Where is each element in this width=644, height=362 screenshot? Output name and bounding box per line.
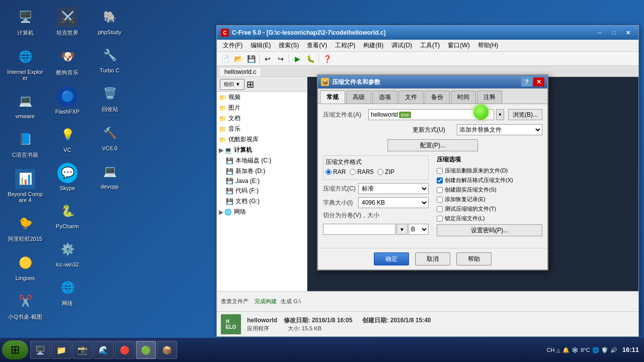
desktop-icon-tank[interactable]: ⚔️ 坦克世界: [47, 5, 88, 39]
cancel-button[interactable]: 取消: [415, 252, 450, 265]
minimize-button[interactable]: ─: [593, 28, 606, 38]
menu-file[interactable]: 文件(F): [219, 40, 247, 51]
menu-tools[interactable]: 工具(T): [416, 40, 444, 51]
desktop-icon-xiaoshu[interactable]: ✂️ 小Q书桌-截图: [5, 289, 45, 323]
desktop-icon-recycle[interactable]: 🗑️ 回收站: [90, 81, 130, 115]
desktop-icon-pycharm[interactable]: 🐍 PyCharm: [47, 199, 88, 231]
unit-select[interactable]: B: [409, 224, 429, 235]
taskbar-item-5[interactable]: 🟢: [136, 341, 156, 359]
dialog-close-btn[interactable]: ✕: [533, 77, 544, 86]
tree-item-computer[interactable]: ▶ 💻 计算机: [217, 145, 307, 155]
tree-item-e[interactable]: 💾 Java (E:): [217, 176, 307, 186]
menu-window[interactable]: 窗口(W): [444, 40, 473, 51]
tab-time[interactable]: 时间: [451, 90, 476, 104]
checkbox-solid[interactable]: 创建固实压缩文件(S): [437, 186, 542, 194]
taskbar-item-2[interactable]: 📸: [72, 341, 93, 359]
menu-view[interactable]: 查看(V): [303, 40, 331, 51]
sidebar-view-btn[interactable]: ⊞: [247, 79, 254, 90]
checkbox-lock[interactable]: 锁定压缩文件(L): [437, 215, 542, 222]
systray-triangle[interactable]: △: [556, 347, 560, 353]
tree-item-youku[interactable]: 📁 优酷影视库: [217, 134, 307, 145]
taskbar-item-6[interactable]: 📦: [157, 341, 177, 359]
tree-item-f[interactable]: 💾 代码 (F:): [217, 186, 307, 196]
menu-build[interactable]: 构建(B): [359, 40, 387, 51]
start-button[interactable]: ⊞: [2, 340, 28, 359]
taskbar-item-0[interactable]: 🖥️: [30, 341, 50, 359]
menu-search[interactable]: 搜索(S): [275, 40, 303, 51]
tab-comment[interactable]: 注释: [477, 90, 502, 104]
toolbar-open[interactable]: 📂: [232, 53, 244, 64]
tree-item-g[interactable]: 💾 文档 (G:): [217, 196, 307, 207]
desktop-icon-aliwangwang[interactable]: 🐤 阿里旺旺2015: [5, 211, 45, 245]
dict-size-select[interactable]: 4096 KB: [358, 197, 429, 208]
desktop-icon-lingoes[interactable]: 🟡 Lingoes: [5, 251, 45, 283]
format-rar5[interactable]: RAR5: [350, 168, 373, 175]
desktop-icon-clang[interactable]: 📘 C语言书籍: [5, 127, 45, 161]
checkbox-test[interactable]: 测试压缩缩的文件(T): [437, 205, 542, 213]
config-button[interactable]: 配置(P)...: [387, 139, 478, 151]
toolbar-new[interactable]: 📄: [219, 53, 231, 64]
filename-input-container[interactable]: helloworld exe: [368, 109, 494, 120]
checkbox-delete-original[interactable]: 压缩后删除原来的文件(D): [437, 167, 542, 174]
desktop-icon-ie[interactable]: 🌐 Internet Explorer: [5, 45, 45, 83]
desktop-icon-phpstudy[interactable]: 🐘 phpStudy: [90, 5, 130, 37]
toolbar-save[interactable]: 💾: [245, 53, 257, 64]
toolbar-help[interactable]: ❓: [321, 53, 333, 64]
tree-item-d[interactable]: 💾 新加卷 (D:): [217, 166, 307, 176]
menu-project[interactable]: 工程(P): [331, 40, 359, 51]
taskbar-item-1[interactable]: 📁: [51, 341, 71, 359]
tree-item-c[interactable]: 💾 本地磁盘 (C:): [217, 155, 307, 166]
desktop-icon-beyond[interactable]: 📊 Beyond Compare 4: [5, 167, 45, 205]
tab-helloworld[interactable]: helloworld.c: [219, 67, 262, 76]
desktop-icon-vc[interactable]: 💡 VC: [47, 123, 88, 155]
toolbar-redo[interactable]: ↪: [275, 53, 287, 64]
desktop-icon-turboc[interactable]: 🔧 Turbo C: [90, 43, 130, 75]
filename-dropdown-btn[interactable]: ▼: [496, 109, 504, 120]
tab-backup[interactable]: 备份: [425, 90, 450, 104]
desktop-icon-network[interactable]: 🌐 网络: [47, 276, 88, 309]
split-dropdown[interactable]: ▼: [396, 224, 408, 235]
set-password-button[interactable]: 设置密码(P)...: [437, 224, 542, 236]
tree-item-picture[interactable]: 📁 图片: [217, 103, 307, 113]
desktop-icon-vmware[interactable]: 💻 vmware: [5, 89, 45, 121]
toolbar-debug[interactable]: 🐛: [304, 53, 316, 64]
toolbar-run[interactable]: ▶: [291, 53, 303, 64]
help-button[interactable]: 帮助: [456, 252, 492, 265]
format-zip[interactable]: ZIP: [377, 168, 394, 175]
tab-options[interactable]: 选项: [372, 90, 397, 104]
browse-button[interactable]: 浏览(B)...: [508, 109, 542, 120]
tree-item-music[interactable]: 📁 音乐: [217, 124, 307, 134]
compress-method-select[interactable]: 标准: [358, 183, 429, 194]
desktop-icon-computer[interactable]: 🖥️ 计算机: [5, 5, 45, 39]
clock-display[interactable]: 16:11: [619, 345, 642, 354]
toolbar-undo[interactable]: ↩: [262, 53, 274, 64]
update-method-select[interactable]: 添加并替换文件: [457, 124, 542, 135]
desktop-icon-devcpp[interactable]: 💻 devcpp: [90, 159, 130, 192]
ok-button[interactable]: 确定: [374, 252, 409, 265]
tab-advanced[interactable]: 高级: [346, 90, 371, 104]
split-input[interactable]: [323, 224, 395, 235]
menu-edit[interactable]: 编辑(E): [247, 40, 275, 51]
systray-ch: CH: [546, 347, 554, 353]
dialog-help-btn[interactable]: ?: [521, 77, 532, 86]
taskbar-item-4[interactable]: 🔴: [115, 341, 135, 359]
desktop-icon-lcc[interactable]: ⚙️ lcc-win32: [47, 237, 88, 269]
taskbar-item-3[interactable]: 🌊: [94, 341, 114, 359]
tab-files[interactable]: 文件: [398, 90, 424, 104]
tree-item-video[interactable]: 📁 视频: [217, 92, 307, 103]
tree-item-doc[interactable]: 📁 文档: [217, 113, 307, 124]
checkbox-recovery[interactable]: 添加恢复记录(E): [437, 196, 542, 203]
tab-normal[interactable]: 常规: [320, 90, 345, 104]
restore-button[interactable]: □: [607, 28, 620, 38]
menu-debug[interactable]: 调试(D): [387, 40, 416, 51]
menu-help[interactable]: 帮助(H): [474, 40, 503, 51]
format-rar[interactable]: RAR: [326, 168, 346, 175]
desktop-icon-vc60[interactable]: 🔨 VC6.0: [90, 121, 130, 153]
tree-item-network[interactable]: ▶ 🌐 网络: [217, 207, 307, 217]
desktop-icon-flashfxp[interactable]: 🔵 FlashFXP: [47, 84, 88, 117]
desktop-icon-kugou[interactable]: 🐶 酷狗音乐: [47, 45, 88, 78]
desktop-icon-skype[interactable]: 💬 Skype: [47, 161, 88, 193]
close-button[interactable]: ✕: [621, 28, 634, 38]
checkbox-self-extract[interactable]: 创建自解压格式压缩文件(X): [437, 176, 542, 184]
organize-btn[interactable]: 组织 ▼: [220, 79, 245, 90]
